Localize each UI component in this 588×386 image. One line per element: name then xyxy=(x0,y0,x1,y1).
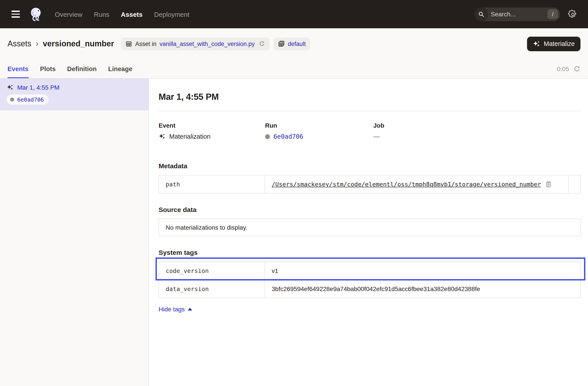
event-detail-panel: Mar 1, 4:55 PM Event Materialization xyxy=(149,79,588,386)
metadata-heading: Metadata xyxy=(159,162,581,170)
hamburger-menu-icon[interactable] xyxy=(11,9,21,20)
caret-up-icon xyxy=(188,308,192,310)
tab-lineage[interactable]: Lineage xyxy=(108,59,132,78)
metadata-table: path /Users/smackesey/stm/code/elementl/… xyxy=(159,175,581,193)
run-column-label: Run xyxy=(265,122,373,129)
asset-chip-prefix: Asset in xyxy=(135,41,156,47)
materialize-button[interactable]: Materialize xyxy=(527,37,581,51)
event-list-sidebar: Mar 1, 4:55 PM 6e0ad706 xyxy=(0,79,149,386)
run-id-link[interactable]: 6e0ad706 xyxy=(273,133,303,140)
materialize-label: Materialize xyxy=(544,40,575,47)
event-detail-title: Mar 1, 4:55 PM xyxy=(159,92,581,102)
source-data-heading: Source data xyxy=(159,206,581,213)
repo-chip-label[interactable]: default xyxy=(288,41,306,47)
table-row: path /Users/smackesey/stm/code/elementl/… xyxy=(159,175,581,193)
settings-gear-icon[interactable] xyxy=(568,9,577,19)
refresh-timer: 0:05 xyxy=(557,65,581,72)
tag-key: code_version xyxy=(159,262,265,280)
copy-icon[interactable] xyxy=(545,181,551,187)
run-status-dot xyxy=(265,134,270,139)
top-nav: Overview Runs Assets Deployment / xyxy=(0,0,588,28)
run-id-chip[interactable]: 6e0ad706 xyxy=(7,95,49,105)
breadcrumb-separator: › xyxy=(36,39,39,48)
divider xyxy=(159,111,581,111)
event-column-label: Event xyxy=(159,122,265,129)
nav-item-assets[interactable]: Assets xyxy=(121,10,143,18)
nav-links: Overview Runs Assets Deployment xyxy=(55,10,189,18)
materialization-sparkle-icon xyxy=(159,133,166,140)
event-list-item-selected[interactable]: Mar 1, 4:55 PM 6e0ad706 xyxy=(0,79,148,110)
materialization-sparkle-icon xyxy=(7,84,14,91)
tab-definition[interactable]: Definition xyxy=(67,59,97,78)
sparkle-icon xyxy=(533,40,540,47)
page-header: Assets › versioned_number Asset in vanil… xyxy=(0,28,588,59)
system-tags-table: code_version v1 data_version 3bfc269594e… xyxy=(159,262,581,298)
page-title: versioned_number xyxy=(43,39,114,48)
source-data-empty-message: No materializations to display. xyxy=(159,219,581,236)
refresh-countdown: 0:05 xyxy=(557,65,569,72)
system-tags-heading: System tags xyxy=(159,249,581,256)
asset-definition-chip[interactable]: Asset in vanilla_asset_with_code_version… xyxy=(121,37,269,50)
job-value: — xyxy=(373,133,384,140)
search-bar[interactable]: / xyxy=(474,7,560,21)
breadcrumb-assets[interactable]: Assets xyxy=(7,39,31,48)
hide-tags-link[interactable]: Hide tags xyxy=(159,306,192,313)
event-timestamp-link[interactable]: Mar 1, 4:55 PM xyxy=(17,84,60,91)
metadata-key: path xyxy=(159,175,265,193)
refresh-icon[interactable] xyxy=(573,65,581,72)
search-icon xyxy=(474,7,488,21)
event-type-value: Materialization xyxy=(169,133,210,140)
tab-events[interactable]: Events xyxy=(7,59,28,78)
repo-icon xyxy=(278,40,285,47)
repo-chip[interactable]: default xyxy=(273,37,310,50)
tag-value: 3bfc269594ef649228e9a74bab00f042efc91d5a… xyxy=(265,280,581,298)
table-row: code_version v1 xyxy=(159,262,581,280)
hide-tags-label: Hide tags xyxy=(159,306,185,313)
nav-item-runs[interactable]: Runs xyxy=(94,10,109,18)
search-shortcut-badge: / xyxy=(547,9,558,19)
header-chips: Asset in vanilla_asset_with_code_version… xyxy=(121,37,310,50)
job-column-label: Job xyxy=(373,122,384,129)
tab-plots[interactable]: Plots xyxy=(40,59,56,78)
nav-item-deployment[interactable]: Deployment xyxy=(154,10,189,18)
app-root: Overview Runs Assets Deployment / Assets… xyxy=(0,0,588,386)
table-action-stub xyxy=(568,175,582,193)
table-icon xyxy=(126,41,132,47)
dagster-logo-icon[interactable] xyxy=(28,7,43,22)
run-id-chip-label: 6e0ad706 xyxy=(17,96,44,103)
reload-definition-icon[interactable] xyxy=(259,41,265,47)
run-status-dot xyxy=(10,98,14,102)
nav-item-overview[interactable]: Overview xyxy=(55,10,82,18)
search-input[interactable] xyxy=(488,11,547,18)
tag-key: data_version xyxy=(159,280,265,298)
asset-file-link[interactable]: vanilla_asset_with_code_version.py xyxy=(160,41,255,47)
metadata-path-link[interactable]: /Users/smackesey/stm/code/elementl/oss/t… xyxy=(272,181,541,188)
tabs-row: Events Plots Definition Lineage 0:05 xyxy=(0,59,588,79)
table-row: data_version 3bfc269594ef649228e9a74bab0… xyxy=(159,280,581,298)
tag-value: v1 xyxy=(265,262,581,280)
